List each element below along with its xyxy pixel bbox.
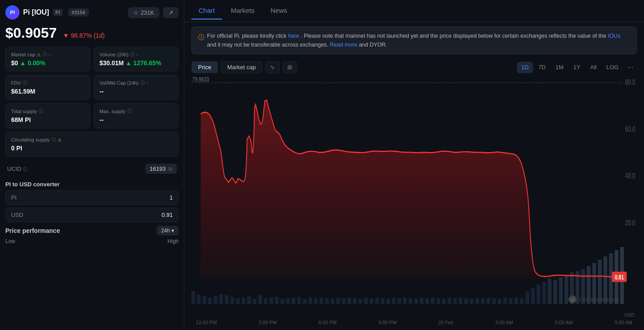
fdv-box: FDV ⓘ $61.59M (5, 75, 90, 100)
chart-area: 80.0 60.0 40.0 20.0 79.9633 (191, 76, 637, 330)
time-1m[interactable]: 1M (551, 62, 568, 73)
vol-mkt-value: -- (99, 88, 173, 95)
notice-link2[interactable]: IOUs (608, 33, 620, 39)
svg-rect-76 (548, 279, 551, 304)
perf-period-button[interactable]: 24h ▾ (157, 226, 179, 236)
svg-text:79.9633: 79.9633 (192, 76, 209, 83)
notice-link1[interactable]: here (288, 33, 299, 39)
converter-from-value: 1 (170, 194, 173, 201)
circ-supply-box: Circulating supply ⓘ ⚠ 0 PI (5, 132, 179, 157)
x-label-4: 20 Feb (438, 320, 453, 325)
right-panel: Chart Markets News ⓘ For official Pi, pl… (184, 0, 644, 330)
coin-logo: PI (5, 5, 20, 20)
info-icon-vol[interactable]: ⓘ (130, 51, 135, 58)
x-label-7: 9:00 AM (615, 320, 632, 325)
time-1y[interactable]: 1Y (569, 62, 585, 73)
svg-rect-51 (409, 299, 412, 304)
x-label-5: 3:00 AM (495, 320, 513, 325)
svg-rect-45 (375, 298, 379, 304)
converter-from: PI 1 (5, 190, 179, 205)
line-chart-button[interactable]: ∿ (265, 61, 280, 73)
svg-rect-42 (358, 299, 362, 304)
fdv-label: FDV ⓘ (11, 80, 84, 86)
svg-rect-50 (403, 298, 406, 304)
circ-supply-value: 0 PI (11, 145, 173, 152)
converter-from-label: PI (11, 194, 16, 201)
time-log[interactable]: LOG (602, 62, 623, 73)
notice-text3: and it may not be transferable across ex… (207, 42, 330, 48)
svg-rect-24 (258, 295, 262, 304)
info-icon-maxsupply[interactable]: ⓘ (127, 108, 132, 114)
circ-supply-label: Circulating supply ⓘ ⚠ (11, 137, 173, 143)
svg-rect-79 (564, 275, 568, 304)
svg-rect-57 (442, 299, 445, 304)
svg-text:M: M (571, 298, 574, 302)
svg-rect-49 (398, 299, 401, 304)
notice-link3[interactable]: Read more (330, 42, 358, 48)
svg-text:40.0: 40.0 (625, 173, 636, 180)
market-cap-value: $0 ▲ 0.00% (11, 59, 84, 67)
price-button[interactable]: Price (191, 61, 218, 73)
info-icon-ucid[interactable]: ⓘ (23, 167, 27, 172)
price-change: ▼ 98.87% (1d) (63, 32, 105, 39)
fdv-value: $61.59M (11, 88, 84, 95)
market-cap-button[interactable]: Market cap (221, 61, 262, 73)
time-7d[interactable]: 7D (534, 62, 550, 73)
candle-chart-button[interactable]: ⊞ (282, 61, 297, 73)
vol-mkt-box: Vol/Mkt Cap (24h) ⓘ › -- (94, 75, 179, 100)
svg-rect-17 (219, 294, 223, 304)
chevron-icon-volmkt[interactable]: › (147, 81, 148, 86)
svg-rect-48 (392, 298, 395, 304)
svg-rect-59 (453, 299, 457, 304)
chevron-icon-mktcap[interactable]: › (49, 52, 50, 57)
svg-rect-19 (231, 297, 234, 304)
price-chart: 80.0 60.0 40.0 20.0 79.9633 (191, 76, 637, 317)
volume-box: Volume (24h) ⓘ › $30.01M ▲ 1276.65% (94, 47, 179, 71)
info-icon-supply[interactable]: ⓘ (39, 108, 43, 114)
svg-rect-62 (470, 299, 473, 304)
vol-mkt-label: Vol/Mkt Cap (24h) ⓘ › (99, 80, 173, 86)
tab-chart[interactable]: Chart (191, 2, 222, 20)
notice-info-icon: ⓘ (198, 32, 204, 42)
svg-rect-36 (325, 299, 329, 304)
info-icon-fdv[interactable]: ⓘ (23, 80, 27, 86)
chevron-icon-vol[interactable]: › (136, 52, 138, 57)
tabs-bar: Chart Markets News (184, 0, 644, 22)
tab-markets[interactable]: Markets (224, 2, 262, 20)
price-performance-row: Price performance 24h ▾ (5, 226, 179, 236)
svg-rect-65 (486, 298, 490, 304)
svg-rect-26 (270, 298, 273, 304)
info-icon-circ[interactable]: ⓘ (52, 137, 56, 143)
time-1d[interactable]: 1D (517, 62, 533, 73)
svg-rect-71 (520, 299, 524, 304)
cmc-watermark: M CoinMarketCap (568, 295, 619, 303)
tab-news[interactable]: News (263, 2, 294, 20)
converter-to-label: USD (11, 212, 23, 218)
volume-label: Volume (24h) ⓘ › (99, 51, 173, 58)
left-panel: PI Pi [IOU] PI #3154 ☆ 231K ↗ $0.9057 ▼ … (0, 0, 184, 330)
svg-text:80.0: 80.0 (625, 79, 636, 86)
ucid-value: 16193 (150, 165, 166, 172)
svg-text:60.0: 60.0 (625, 126, 636, 133)
more-options-button[interactable]: ··· (624, 62, 637, 73)
svg-rect-16 (214, 296, 217, 304)
svg-text:0.91: 0.91 (615, 274, 624, 281)
svg-rect-69 (509, 299, 513, 304)
converter-to-value: 0.91 (162, 212, 173, 218)
svg-rect-25 (264, 299, 267, 304)
svg-text:20.0: 20.0 (625, 220, 636, 227)
svg-rect-75 (542, 282, 546, 304)
share-button[interactable]: ↗ (163, 7, 179, 18)
info-icon-volmkt[interactable]: ⓘ (140, 80, 145, 86)
time-all[interactable]: All (586, 62, 601, 73)
market-cap-label: Market cap ⚠ ⓘ › (11, 51, 84, 58)
max-supply-box: Max. supply ⓘ -- (94, 103, 179, 128)
watchlist-button[interactable]: ☆ 231K (128, 7, 159, 18)
chart-controls: Price Market cap ∿ ⊞ 1D 7D 1M 1Y All LOG… (184, 59, 644, 76)
info-icon-mktcap[interactable]: ⓘ (43, 51, 47, 58)
ucid-row: UCID ⓘ 16193 ⧉ (5, 160, 179, 177)
svg-rect-30 (292, 298, 295, 304)
svg-rect-53 (420, 298, 423, 304)
ucid-badge[interactable]: 16193 ⧉ (145, 164, 177, 174)
svg-rect-63 (475, 298, 479, 304)
